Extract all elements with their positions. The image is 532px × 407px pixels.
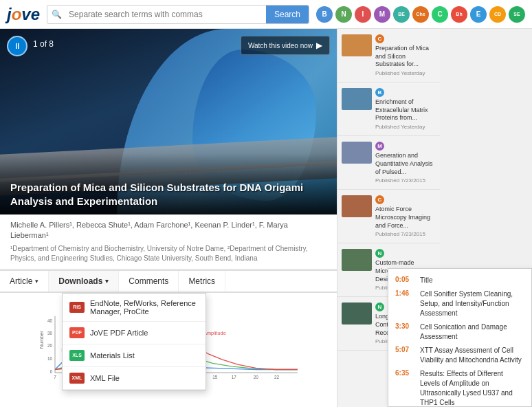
sidebar-video-date: Published 7/23/2015 <box>375 177 436 184</box>
svg-text:0: 0 <box>50 369 53 374</box>
affiliations-text: ¹Department of Chemistry and Biochemistr… <box>10 244 326 263</box>
sidebar-thumb <box>342 195 372 217</box>
metric-row: 3:30Cell Sonication and Damage Assessmen… <box>395 322 524 342</box>
dropdown-materials[interactable]: XLS Materials List <box>63 344 206 367</box>
tab-comments[interactable]: Comments <box>119 271 179 292</box>
sidebar-thumb <box>342 34 372 56</box>
svg-text:30: 30 <box>47 331 53 336</box>
watch-label: Watch this video now <box>248 42 313 50</box>
header: jove 🔍 Search BNIMBECheCBhECDSE <box>0 0 532 29</box>
downloads-arrow-icon: ▾ <box>105 278 109 285</box>
sidebar-video-date: Published Yesterday <box>375 124 436 130</box>
metric-time: 1:46 <box>395 289 414 318</box>
watch-button[interactable]: Watch this video now ▶ <box>241 36 330 55</box>
video-main-title: Preparation of Mica and Silicon Substrat… <box>10 181 326 208</box>
svg-text:7: 7 <box>54 375 56 380</box>
video-counter: 1 of 8 <box>33 39 54 49</box>
video-thumbnail: ⏸ 1 of 8 Watch this video now ▶ Preparat… <box>0 29 337 214</box>
svg-text:17: 17 <box>232 375 237 380</box>
svg-text:40: 40 <box>47 318 53 323</box>
metric-row: 5:07XTT Assay Assessment of Cell Viabili… <box>395 346 524 365</box>
category-letter: C <box>375 195 384 204</box>
sidebar-video-title: Enrichment of Extracellular Matrix Prote… <box>375 98 436 122</box>
tabs-bar: Article ▾ Downloads ▾ Comments Metrics <box>0 270 337 292</box>
tabs-area: Article ▾ Downloads ▾ Comments Metrics R… <box>0 270 337 293</box>
sidebar-thumb <box>342 88 372 110</box>
xml-icon: XML <box>69 373 85 384</box>
svg-text:20: 20 <box>47 344 53 349</box>
play-pause-button[interactable]: ⏸ <box>7 36 27 56</box>
nav-icons: BNIMBECheCBhECDSE <box>316 6 525 23</box>
article-info: Michelle A. Pillers¹, Rebecca Shute¹, Ad… <box>0 214 337 270</box>
xls-icon: XLS <box>69 350 85 361</box>
comments-tab-label: Comments <box>129 276 168 286</box>
metric-description: Results: Effects of Different Levels of … <box>420 369 524 407</box>
metric-time: 6:35 <box>395 369 414 407</box>
logo[interactable]: jove <box>7 5 40 24</box>
category-letter: N <box>375 249 384 258</box>
metric-row: 1:46Cell Sonifier System Cleaning, Setup… <box>395 289 524 318</box>
nav-icon-se[interactable]: SE <box>509 6 525 23</box>
nav-icon-bh[interactable]: Bh <box>451 6 467 23</box>
sidebar-video-title: Generation and Quantitative Analysis of … <box>375 152 436 176</box>
sidebar-video-title: Preparation of Mica and Silicon Substrat… <box>375 45 436 69</box>
dropdown-pdf[interactable]: PDF JoVE PDF Article <box>63 322 206 344</box>
svg-text:10: 10 <box>47 356 53 361</box>
nav-icon-n[interactable]: N <box>335 6 352 23</box>
article-arrow-icon: ▾ <box>35 278 38 285</box>
nav-icon-e[interactable]: E <box>470 6 487 23</box>
metric-description: XTT Assay Assessment of Cell Viability a… <box>420 346 524 365</box>
nav-icon-c[interactable]: C <box>432 6 448 23</box>
svg-text:22: 22 <box>274 375 280 380</box>
sidebar-thumb <box>342 302 372 324</box>
nav-icon-i[interactable]: I <box>355 6 371 23</box>
search-bar: 🔍 Search <box>47 5 309 24</box>
sidebar-video-item[interactable]: CPreparation of Mica and Silicon Substra… <box>337 29 440 82</box>
nav-icon-m[interactable]: M <box>374 6 390 23</box>
search-input[interactable] <box>66 6 266 23</box>
nav-icon-cd[interactable]: CD <box>489 6 506 23</box>
pause-icon: ⏸ <box>13 41 21 51</box>
dropdown-xml[interactable]: XML XML File <box>63 367 206 390</box>
sidebar-video-item[interactable]: CAtomic Force Microscopy Imaging and For… <box>337 190 440 243</box>
sidebar-video-item[interactable]: MGeneration and Quantitative Analysis of… <box>337 136 440 190</box>
metric-description: Cell Sonication and Damage Assessment <box>420 322 524 342</box>
nav-icon-che[interactable]: Che <box>412 6 429 23</box>
sidebar-video-date: Published 7/23/2015 <box>375 231 436 237</box>
sidebar-thumb <box>342 249 372 271</box>
metric-description: Cell Sonifier System Cleaning, Setup, an… <box>420 289 524 318</box>
svg-text:Number: Number <box>39 331 45 349</box>
tab-article[interactable]: Article ▾ <box>0 271 49 292</box>
search-button[interactable]: Search <box>266 6 309 23</box>
sidebar-video-title: Atomic Force Microscopy Imaging and Forc… <box>375 206 436 230</box>
nav-icon-be[interactable]: BE <box>393 6 410 23</box>
sidebar-thumb <box>342 142 372 164</box>
category-letter: C <box>375 34 384 43</box>
metric-time: 3:30 <box>395 322 414 342</box>
metric-time: 0:05 <box>395 276 414 285</box>
authors-text: Michelle A. Pillers¹, Rebecca Shute¹, Ad… <box>10 220 326 241</box>
category-letter: N <box>375 302 384 311</box>
category-letter: M <box>375 142 384 151</box>
downloads-dropdown: RIS EndNote, RefWorks, Reference Manager… <box>62 293 206 390</box>
sidebar-video-date: Published Yesterday <box>375 70 436 76</box>
metrics-tab-label: Metrics <box>188 276 215 286</box>
metric-description: Title <box>420 276 433 285</box>
dropdown-endnote[interactable]: RIS EndNote, RefWorks, Reference Manager… <box>63 294 206 322</box>
metric-time: 5:07 <box>395 346 414 365</box>
ris-icon: RIS <box>69 302 85 313</box>
nav-icon-b[interactable]: B <box>316 6 333 23</box>
tab-metrics[interactable]: Metrics <box>179 271 225 292</box>
pdf-icon: PDF <box>69 327 85 338</box>
metric-row: 0:05Title <box>395 276 524 285</box>
video-title-area: Preparation of Mica and Silicon Substrat… <box>0 153 337 214</box>
downloads-tab-label: Downloads <box>58 276 102 286</box>
main-content: ⏸ 1 of 8 Watch this video now ▶ Preparat… <box>0 29 532 407</box>
tab-downloads[interactable]: Downloads ▾ <box>49 271 119 292</box>
category-letter: B <box>375 88 384 97</box>
svg-text:15: 15 <box>212 375 218 380</box>
sidebar-video-item[interactable]: BEnrichment of Extracellular Matrix Prot… <box>337 82 440 136</box>
metric-row: 6:35Results: Effects of Different Levels… <box>395 369 524 407</box>
search-icon: 🔍 <box>47 10 66 19</box>
play-arrow-icon: ▶ <box>316 41 322 50</box>
